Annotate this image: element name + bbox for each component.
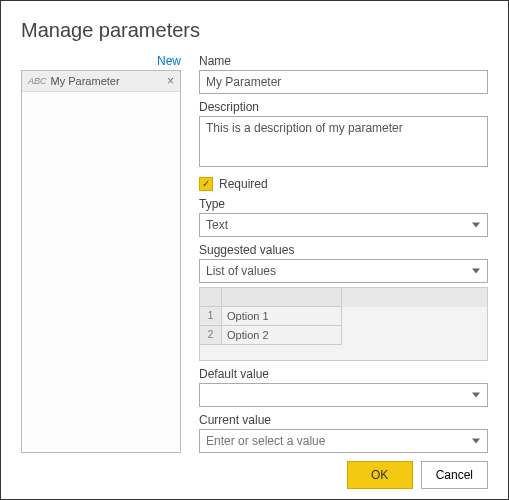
suggested-values-select[interactable]: List of values	[199, 259, 488, 283]
sidebar-top: New	[21, 54, 181, 68]
parameter-item[interactable]: ABC My Parameter ×	[22, 71, 180, 92]
grid-row-number: 2	[200, 326, 222, 345]
suggested-select-wrap: List of values	[199, 259, 488, 283]
new-parameter-link[interactable]: New	[157, 54, 181, 68]
values-grid: 1 Option 1 2 Option 2	[199, 287, 488, 361]
delete-parameter-icon[interactable]: ×	[167, 74, 174, 88]
dialog-body: New ABC My Parameter × Name Description …	[21, 54, 488, 453]
default-value-select[interactable]	[199, 383, 488, 407]
name-label: Name	[199, 54, 488, 68]
ok-button[interactable]: OK	[347, 461, 413, 489]
default-label: Default value	[199, 367, 488, 381]
type-select[interactable]: Text	[199, 213, 488, 237]
parameter-form: Name Description This is a description o…	[199, 54, 488, 453]
check-icon: ✓	[202, 178, 210, 189]
grid-row[interactable]: 2 Option 2	[200, 326, 487, 345]
description-label: Description	[199, 100, 488, 114]
grid-corner	[200, 288, 222, 307]
dialog-title: Manage parameters	[21, 19, 488, 42]
grid-row[interactable]: 1 Option 1	[200, 307, 487, 326]
grid-cell[interactable]: Option 1	[222, 307, 342, 326]
parameter-sidebar: New ABC My Parameter ×	[21, 54, 181, 453]
grid-header-cell	[222, 288, 342, 307]
type-label: Type	[199, 197, 488, 211]
current-value-input[interactable]	[199, 429, 488, 453]
parameter-list: ABC My Parameter ×	[21, 70, 181, 453]
required-row: ✓ Required	[199, 177, 488, 191]
grid-cell[interactable]: Option 2	[222, 326, 342, 345]
current-label: Current value	[199, 413, 488, 427]
default-select-wrap	[199, 383, 488, 407]
dialog-footer: OK Cancel	[21, 461, 488, 489]
cancel-button[interactable]: Cancel	[421, 461, 488, 489]
manage-parameters-dialog: Manage parameters New ABC My Parameter ×…	[0, 0, 509, 500]
required-checkbox[interactable]: ✓	[199, 177, 213, 191]
current-select-wrap	[199, 429, 488, 453]
type-select-wrap: Text	[199, 213, 488, 237]
name-input[interactable]	[199, 70, 488, 94]
grid-header-row	[200, 288, 487, 307]
grid-row-number: 1	[200, 307, 222, 326]
description-input[interactable]: This is a description of my parameter	[199, 116, 488, 167]
required-label: Required	[219, 177, 268, 191]
text-type-icon: ABC	[28, 76, 47, 86]
suggested-label: Suggested values	[199, 243, 488, 257]
parameter-item-label: My Parameter	[51, 75, 167, 87]
